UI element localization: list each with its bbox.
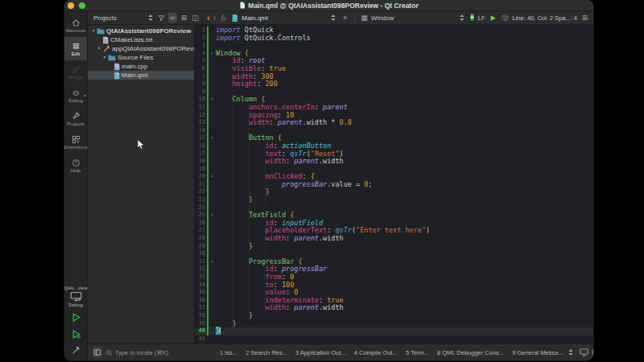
code-line-23[interactable]: 23 } — [195, 196, 593, 204]
fold-column — [208, 304, 216, 312]
ai-assistant-button[interactable]: + — [469, 13, 475, 23]
line-number: 29 — [195, 243, 205, 251]
tree-item-appqtaiassistant098poreview[interactable]: ▾appQtAIAssistant098POReview — [88, 44, 194, 53]
split-editor-icon[interactable]: ⊞ — [580, 13, 589, 23]
tree-item-main-qml[interactable]: Main.qml — [88, 71, 194, 80]
toggle-left-sidebar-icon[interactable] — [93, 347, 102, 358]
mode-extensions[interactable]: Extensions — [64, 130, 87, 154]
tree-item-cmakelists-txt[interactable]: CMakeLists.txt — [88, 35, 194, 44]
mode-projects[interactable]: Projects — [64, 107, 87, 130]
code-line-28[interactable]: 28 width: parent.width — [195, 235, 593, 243]
fold-column — [208, 158, 216, 166]
cursor-position-indicator[interactable]: Line: 40, Col: 2 Spa...: 4 — [513, 14, 577, 22]
component-cube-icon[interactable] — [501, 13, 510, 23]
kit-project-label: QtAI...view — [64, 286, 88, 290]
filter-funnel-icon[interactable] — [157, 13, 166, 23]
close-panel-icon[interactable]: ◫ — [191, 13, 200, 23]
line-number: 6 — [195, 65, 205, 73]
expand-arrow-icon[interactable]: ▾ — [96, 44, 102, 53]
code-line-40[interactable]: 40} — [195, 327, 593, 335]
line-number: 39 — [195, 320, 205, 328]
line-number: 23 — [195, 196, 205, 204]
mode-edit[interactable]: Edit — [64, 37, 87, 60]
code-editor[interactable]: 1import QtQuick2import QtQuick.Controls3… — [195, 25, 593, 343]
locator-input[interactable]: Type to locate (⌘K) — [105, 349, 215, 356]
fold-column — [208, 112, 216, 120]
qt-creator-window: Main.qml @ QtAIAssistant098POReview - Qt… — [64, 0, 593, 360]
code-text — [216, 335, 593, 343]
symbol-dropdown[interactable]: ▦ Window — [360, 13, 466, 23]
output-pane-8[interactable]: 8 QML Debugger Cons... — [436, 348, 506, 357]
split-panel-icon[interactable]: ⊞ — [180, 13, 188, 23]
go-forward-icon[interactable]: › — [213, 14, 217, 22]
mode-welcome[interactable]: Welcome — [64, 14, 87, 37]
tree-item-source-files[interactable]: ▾Source Files — [88, 53, 194, 62]
code-text: width: parent.width — [216, 235, 593, 243]
code-text: } — [216, 243, 593, 251]
line-ending-indicator[interactable]: LF — [478, 14, 485, 22]
code-line-39[interactable]: 39 } — [195, 320, 593, 328]
code-line-8[interactable]: 8 height: 200 — [195, 80, 593, 88]
fold-marker-icon[interactable]: ▾ — [208, 258, 216, 266]
code-line-2[interactable]: 2import QtQuick.Controls — [195, 35, 593, 43]
fold-column — [208, 127, 216, 135]
fold-marker-icon[interactable]: ▾ — [208, 173, 216, 181]
expand-arrow-icon[interactable]: ▾ — [90, 27, 97, 35]
terminal-screen-icon[interactable] — [580, 348, 588, 357]
run-qml-preview-icon[interactable] — [489, 13, 497, 23]
updown-icon[interactable] — [146, 13, 155, 23]
output-pane-5[interactable]: 5 Term... — [404, 348, 431, 357]
kit-selector[interactable]: QtAI...viewDebug — [64, 286, 88, 309]
code-line-22[interactable]: 22 } — [195, 188, 593, 196]
output-pane-4[interactable]: 4 Compile Out... — [353, 348, 399, 357]
design-icon — [72, 65, 80, 74]
locator-placeholder: Type to locate (⌘K) — [115, 349, 168, 356]
submenu-arrow-icon: ▸ — [84, 93, 86, 97]
fold-marker-icon[interactable]: ▾ — [208, 212, 216, 220]
output-pane-3[interactable]: 3 Application Out... — [294, 348, 348, 357]
code-line-38[interactable]: 38 } — [195, 312, 593, 320]
output-pane-9[interactable]: 9 General Messa... — [510, 348, 564, 357]
mode-help[interactable]: Help — [64, 154, 87, 177]
tree-item-qtaiassistant098poreview[interactable]: ▾QtAIAssistant098POReview — [88, 27, 194, 35]
editor-toolbar: ‹ › Main.qml × — [203, 11, 593, 24]
line-number: 21 — [195, 181, 205, 189]
mode-debug[interactable]: Debug▸ — [64, 84, 87, 107]
run-button[interactable] — [66, 309, 85, 326]
symbol-label: Window — [371, 14, 455, 22]
code-line-37[interactable]: 37 width: parent.width — [195, 304, 593, 312]
tree-item-main-cpp[interactable]: +main.cpp — [88, 62, 194, 71]
code-line-3[interactable]: 3 — [195, 42, 593, 50]
line-number: 15 — [195, 134, 205, 142]
close-document-icon[interactable]: × — [341, 13, 349, 23]
output-pane-1[interactable]: 1 Iss... — [218, 348, 239, 357]
fold-marker-icon[interactable]: ▾ — [208, 50, 216, 58]
output-panes-updown-icon[interactable] — [568, 348, 573, 357]
minimize-traffic-light[interactable] — [68, 2, 74, 9]
expand-arrow-icon[interactable]: ▾ — [101, 53, 108, 62]
line-number: 2 — [195, 35, 205, 43]
debug-run-button[interactable] — [66, 326, 85, 343]
code-line-13[interactable]: 13 width: parent.width * 0.8 — [195, 119, 593, 127]
code-line-29[interactable]: 29 } — [195, 243, 593, 251]
go-back-icon[interactable]: ‹ — [207, 14, 210, 22]
toggle-right-sidebar-icon[interactable] — [592, 348, 594, 357]
wrench-icon — [72, 112, 80, 121]
code-text — [216, 88, 593, 97]
fold-marker-icon[interactable]: ▾ — [208, 96, 216, 104]
tree-item-label: Main.qml — [122, 72, 147, 79]
code-text: } — [216, 312, 593, 320]
zoom-traffic-light[interactable] — [79, 2, 85, 9]
sync-with-editor-icon[interactable]: ∞ — [168, 13, 177, 23]
code-line-41[interactable]: 41 — [195, 335, 593, 343]
build-button[interactable] — [66, 343, 85, 358]
code-line-18[interactable]: 18 width: parent.width — [195, 158, 593, 166]
line-number: 35 — [195, 289, 205, 297]
mouse-cursor — [137, 139, 146, 154]
code-text: height: 200 — [216, 80, 593, 88]
document-dropdown-icon[interactable] — [328, 13, 337, 23]
fold-marker-icon[interactable]: ▾ — [208, 134, 216, 142]
output-pane-2[interactable]: 2 Search Res... — [244, 348, 289, 357]
open-file-name[interactable]: Main.qml — [242, 14, 267, 22]
fold-column — [208, 142, 216, 150]
